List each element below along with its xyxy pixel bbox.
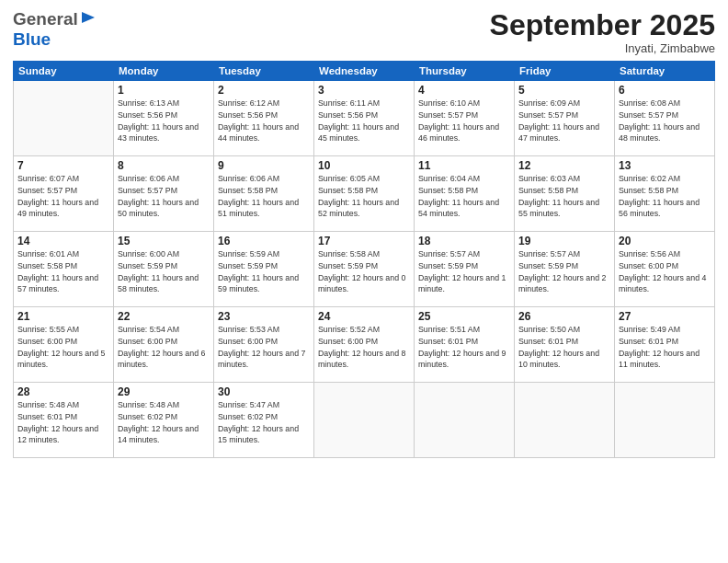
day-number: 24 [318,310,410,323]
month-title: September 2025 [490,9,715,41]
day-number: 23 [218,310,310,323]
table-row [314,383,415,458]
calendar-week-row: 1Sunrise: 6:13 AMSunset: 5:56 PMDaylight… [14,81,715,156]
day-number: 1 [118,84,210,97]
table-row: 19Sunrise: 5:57 AMSunset: 5:59 PMDayligh… [515,232,615,307]
day-number: 30 [218,385,310,398]
day-number: 11 [418,159,510,172]
table-row: 13Sunrise: 6:02 AMSunset: 5:58 PMDayligh… [615,156,715,232]
table-row: 10Sunrise: 6:05 AMSunset: 5:58 PMDayligh… [314,156,415,232]
table-row: 12Sunrise: 6:03 AMSunset: 5:58 PMDayligh… [515,156,615,232]
table-row: 8Sunrise: 6:06 AMSunset: 5:57 PMDaylight… [114,156,214,232]
day-number: 19 [518,235,610,247]
day-info: Sunrise: 6:08 AMSunset: 5:57 PMDaylight:… [619,98,711,144]
day-info: Sunrise: 5:59 AMSunset: 5:59 PMDaylight:… [218,248,310,295]
table-row: 14Sunrise: 6:01 AMSunset: 5:58 PMDayligh… [14,232,114,307]
day-number: 13 [619,159,711,172]
day-number: 6 [619,84,711,97]
day-info: Sunrise: 5:47 AMSunset: 6:02 PMDaylight:… [218,399,310,446]
day-number: 10 [318,159,410,172]
day-info: Sunrise: 5:49 AMSunset: 6:01 PMDaylight:… [619,324,711,371]
day-number: 12 [518,159,610,172]
day-info: Sunrise: 5:52 AMSunset: 6:00 PMDaylight:… [318,324,410,371]
table-row: 29Sunrise: 5:48 AMSunset: 6:02 PMDayligh… [114,383,214,458]
svg-marker-0 [82,12,95,23]
day-info: Sunrise: 6:13 AMSunset: 5:56 PMDaylight:… [118,98,210,144]
table-row [615,383,715,458]
table-row: 25Sunrise: 5:51 AMSunset: 6:01 PMDayligh… [415,307,515,383]
table-row: 15Sunrise: 6:00 AMSunset: 5:59 PMDayligh… [114,232,214,307]
table-row: 30Sunrise: 5:47 AMSunset: 6:02 PMDayligh… [214,383,314,458]
day-info: Sunrise: 5:53 AMSunset: 6:00 PMDaylight:… [218,324,310,371]
table-row [14,81,114,156]
table-row: 3Sunrise: 6:11 AMSunset: 5:56 PMDaylight… [314,81,415,156]
col-sunday: Sunday [14,62,114,81]
day-info: Sunrise: 6:05 AMSunset: 5:58 PMDaylight:… [318,173,410,220]
day-number: 21 [17,310,109,323]
day-number: 9 [218,159,310,172]
day-number: 3 [318,84,410,97]
day-info: Sunrise: 5:56 AMSunset: 6:00 PMDaylight:… [619,248,711,295]
day-info: Sunrise: 5:54 AMSunset: 6:00 PMDaylight:… [118,324,210,371]
col-tuesday: Tuesday [214,62,314,81]
day-number: 20 [619,235,711,247]
calendar-week-row: 7Sunrise: 6:07 AMSunset: 5:57 PMDaylight… [14,156,715,232]
day-info: Sunrise: 6:06 AMSunset: 5:57 PMDaylight:… [118,173,210,220]
header: General Blue September 2025 Inyati, Zimb… [13,9,715,55]
logo-flag-icon [80,11,97,24]
day-number: 28 [17,385,109,398]
table-row [515,383,615,458]
day-number: 17 [318,235,410,247]
col-saturday: Saturday [615,62,715,81]
table-row [415,383,515,458]
day-info: Sunrise: 6:07 AMSunset: 5:57 PMDaylight:… [17,173,109,220]
table-row: 18Sunrise: 5:57 AMSunset: 5:59 PMDayligh… [415,232,515,307]
day-info: Sunrise: 6:01 AMSunset: 5:58 PMDaylight:… [17,248,109,295]
table-row: 17Sunrise: 5:58 AMSunset: 5:59 PMDayligh… [314,232,415,307]
calendar-table: Sunday Monday Tuesday Wednesday Thursday… [13,61,715,458]
day-number: 8 [118,159,210,172]
day-number: 2 [218,84,310,97]
col-thursday: Thursday [415,62,515,81]
day-number: 26 [518,310,610,323]
day-info: Sunrise: 5:48 AMSunset: 6:01 PMDaylight:… [17,399,109,446]
day-number: 25 [418,310,510,323]
table-row: 4Sunrise: 6:10 AMSunset: 5:57 PMDaylight… [415,81,515,156]
table-row: 6Sunrise: 6:08 AMSunset: 5:57 PMDaylight… [615,81,715,156]
day-info: Sunrise: 6:00 AMSunset: 5:59 PMDaylight:… [118,248,210,295]
day-number: 14 [17,235,109,247]
day-number: 15 [118,235,210,247]
calendar-week-row: 28Sunrise: 5:48 AMSunset: 6:01 PMDayligh… [14,383,715,458]
col-wednesday: Wednesday [314,62,415,81]
logo: General Blue [13,9,97,50]
day-info: Sunrise: 6:06 AMSunset: 5:58 PMDaylight:… [218,173,310,220]
day-info: Sunrise: 6:11 AMSunset: 5:56 PMDaylight:… [318,98,410,144]
day-info: Sunrise: 6:10 AMSunset: 5:57 PMDaylight:… [418,98,510,144]
day-number: 29 [118,385,210,398]
day-info: Sunrise: 6:03 AMSunset: 5:58 PMDaylight:… [518,173,610,220]
day-info: Sunrise: 6:09 AMSunset: 5:57 PMDaylight:… [518,98,610,144]
day-number: 27 [619,310,711,323]
day-info: Sunrise: 5:51 AMSunset: 6:01 PMDaylight:… [418,324,510,371]
day-number: 4 [418,84,510,97]
title-block: September 2025 Inyati, Zimbabwe [490,9,715,55]
table-row: 21Sunrise: 5:55 AMSunset: 6:00 PMDayligh… [14,307,114,383]
day-info: Sunrise: 5:57 AMSunset: 5:59 PMDaylight:… [418,248,510,295]
calendar-header-row: Sunday Monday Tuesday Wednesday Thursday… [14,62,715,81]
day-info: Sunrise: 6:04 AMSunset: 5:58 PMDaylight:… [418,173,510,220]
page: General Blue September 2025 Inyati, Zimb… [0,0,728,563]
table-row: 23Sunrise: 5:53 AMSunset: 6:00 PMDayligh… [214,307,314,383]
table-row: 5Sunrise: 6:09 AMSunset: 5:57 PMDaylight… [515,81,615,156]
day-info: Sunrise: 5:58 AMSunset: 5:59 PMDaylight:… [318,248,410,295]
col-friday: Friday [515,62,615,81]
logo-general-text: General [13,9,78,29]
day-info: Sunrise: 5:50 AMSunset: 6:01 PMDaylight:… [518,324,610,371]
location-subtitle: Inyati, Zimbabwe [490,41,715,55]
day-info: Sunrise: 5:57 AMSunset: 5:59 PMDaylight:… [518,248,610,295]
table-row: 1Sunrise: 6:13 AMSunset: 5:56 PMDaylight… [114,81,214,156]
day-number: 7 [17,159,109,172]
calendar-week-row: 14Sunrise: 6:01 AMSunset: 5:58 PMDayligh… [14,232,715,307]
day-info: Sunrise: 6:12 AMSunset: 5:56 PMDaylight:… [218,98,310,144]
table-row: 22Sunrise: 5:54 AMSunset: 6:00 PMDayligh… [114,307,214,383]
calendar-week-row: 21Sunrise: 5:55 AMSunset: 6:00 PMDayligh… [14,307,715,383]
